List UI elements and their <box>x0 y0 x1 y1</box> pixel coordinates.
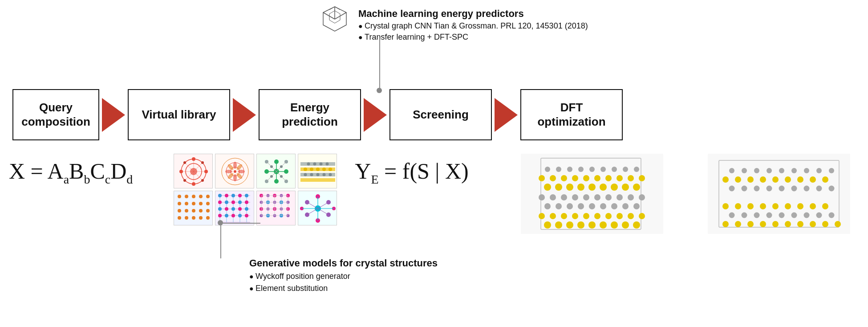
svg-point-251 <box>754 213 760 218</box>
cube-icon <box>320 4 349 33</box>
svg-point-257 <box>829 213 835 218</box>
svg-point-283 <box>810 176 816 183</box>
gen-annotation: Generative models for crystal structures… <box>249 258 438 293</box>
ml-bullet1: Crystal graph CNN Tian & Grossman. PRL 1… <box>358 21 588 31</box>
svg-point-186 <box>605 213 612 219</box>
svg-point-189 <box>639 213 645 219</box>
svg-point-280 <box>772 176 779 183</box>
svg-point-90 <box>185 216 188 220</box>
vlib-images-area <box>174 154 352 225</box>
svg-point-78 <box>206 195 210 198</box>
svg-point-266 <box>822 203 828 209</box>
svg-point-260 <box>747 203 754 209</box>
screening-crystal-area <box>516 149 668 240</box>
svg-point-236 <box>634 167 639 172</box>
svg-point-118 <box>238 207 242 211</box>
svg-point-176 <box>600 221 607 229</box>
energy-formula: YE = f(S | X) <box>355 158 468 187</box>
svg-point-82 <box>199 202 203 205</box>
svg-point-66 <box>316 173 320 176</box>
svg-point-248 <box>835 221 841 227</box>
crystal-img-8 <box>298 191 337 225</box>
svg-point-70 <box>313 163 316 166</box>
energy-label: Energyprediction <box>282 101 338 128</box>
svg-point-69 <box>307 163 310 166</box>
svg-point-91 <box>192 216 195 220</box>
svg-point-195 <box>600 203 606 209</box>
svg-point-83 <box>206 202 210 205</box>
svg-point-113 <box>238 200 242 204</box>
gen-horizontal-line <box>220 223 260 224</box>
svg-point-202 <box>572 194 578 200</box>
svg-point-81 <box>192 202 195 205</box>
svg-point-121 <box>225 214 228 217</box>
svg-point-249 <box>729 213 735 218</box>
svg-point-87 <box>199 209 203 213</box>
dft-crystal-area <box>703 149 855 240</box>
svg-point-183 <box>572 213 578 219</box>
query-label: Querycomposition <box>21 101 90 128</box>
svg-point-253 <box>779 213 785 218</box>
svg-point-32 <box>233 174 237 181</box>
svg-point-278 <box>747 176 754 183</box>
svg-point-59 <box>304 168 307 171</box>
svg-point-114 <box>245 200 248 204</box>
svg-point-232 <box>589 167 595 172</box>
svg-point-65 <box>310 173 313 176</box>
pipeline-box-vlib: Virtual library <box>128 89 230 140</box>
svg-rect-237 <box>708 154 850 234</box>
screening-label: Screening <box>413 108 469 122</box>
svg-point-107 <box>231 194 235 197</box>
ml-text: Machine learning energy predictors Cryst… <box>358 8 588 42</box>
pipeline-box-screening: Screening <box>389 89 492 140</box>
arrow-1 <box>102 98 125 132</box>
arrow-4 <box>495 98 518 132</box>
svg-point-286 <box>742 168 747 173</box>
svg-point-206 <box>617 194 623 200</box>
svg-point-254 <box>791 213 797 218</box>
svg-point-110 <box>218 200 222 204</box>
svg-point-117 <box>231 207 235 211</box>
svg-point-19 <box>183 161 186 164</box>
svg-point-175 <box>588 221 596 229</box>
svg-point-27 <box>234 170 236 173</box>
svg-point-120 <box>218 214 222 217</box>
svg-point-282 <box>797 176 803 183</box>
svg-point-111 <box>225 200 228 204</box>
svg-point-240 <box>735 221 741 227</box>
svg-point-174 <box>577 221 584 229</box>
arrow-2 <box>233 98 256 132</box>
svg-point-188 <box>628 213 634 219</box>
svg-point-252 <box>767 213 772 218</box>
svg-point-209 <box>544 184 551 191</box>
gen-bullet1: Wyckoff position generator <box>249 272 438 281</box>
svg-point-269 <box>754 186 760 192</box>
svg-point-292 <box>816 168 822 173</box>
energy-formula-area: YE = f(S | X) <box>329 158 494 187</box>
pipeline-row: Querycomposition Virtual library Energyp… <box>12 89 623 140</box>
query-formula-area: X = AaBbCcDd <box>9 158 156 187</box>
svg-point-171 <box>544 221 551 229</box>
svg-point-203 <box>583 194 589 200</box>
svg-point-30 <box>238 170 245 173</box>
svg-point-52 <box>270 175 273 178</box>
svg-point-224 <box>605 175 612 181</box>
svg-point-258 <box>722 203 729 209</box>
svg-point-217 <box>633 184 640 191</box>
svg-point-15 <box>192 157 195 161</box>
ml-vertical-line <box>379 38 380 89</box>
gen-vertical-line <box>220 223 221 258</box>
svg-point-243 <box>772 221 779 227</box>
svg-point-211 <box>566 184 573 191</box>
svg-point-235 <box>623 167 628 172</box>
svg-point-179 <box>633 221 640 229</box>
svg-point-196 <box>611 203 617 209</box>
crystal-img-7 <box>256 191 296 225</box>
svg-line-3 <box>335 12 346 19</box>
svg-line-2 <box>323 12 335 19</box>
svg-point-218 <box>539 175 545 181</box>
ml-title: Machine learning energy predictors <box>358 8 588 20</box>
svg-point-261 <box>760 203 766 209</box>
svg-point-287 <box>754 168 759 173</box>
svg-point-116 <box>225 207 228 211</box>
